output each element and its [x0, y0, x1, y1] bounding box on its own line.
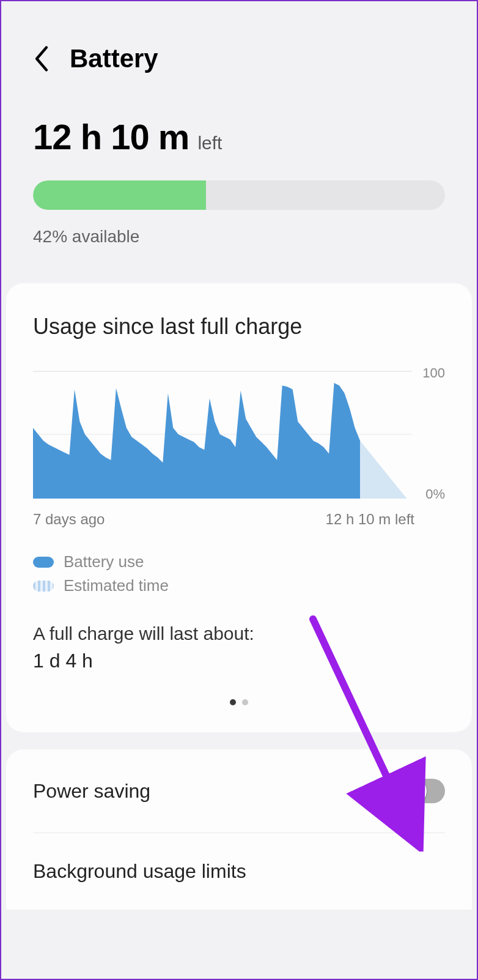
legend-label-estimated: Estimated time — [64, 576, 169, 595]
x-axis-labels: 7 days ago 12 h 10 m left — [33, 511, 445, 528]
page-dot[interactable] — [230, 699, 236, 705]
power-saving-row[interactable]: Power saving — [6, 749, 472, 833]
full-charge-label: A full charge will last about: — [33, 620, 445, 647]
legend-swatch-estimated — [33, 581, 54, 592]
row-separator — [386, 776, 386, 806]
y-min-label: 0% — [425, 486, 445, 502]
chart-legend: Battery use Estimated time — [33, 552, 445, 595]
page-title: Battery — [70, 44, 158, 73]
toggle-knob — [400, 778, 427, 804]
background-usage-limits-label: Background usage limits — [33, 860, 246, 883]
page-indicator[interactable] — [33, 697, 445, 708]
percent-available-label: 42% available — [33, 227, 445, 247]
usage-chart: 100 0% — [33, 370, 445, 505]
legend-label-battery-use: Battery use — [64, 552, 144, 571]
legend-swatch-battery-use — [33, 557, 54, 568]
settings-list: Power saving Background usage limits — [6, 749, 472, 910]
back-icon[interactable] — [32, 46, 51, 72]
full-charge-value: 1 d 4 h — [33, 650, 445, 672]
x-end-label: 12 h 10 m left — [326, 511, 414, 528]
usage-card[interactable]: Usage since last full charge 100 0% 7 da… — [6, 283, 472, 732]
y-max-label: 100 — [422, 365, 445, 381]
power-saving-toggle[interactable] — [401, 779, 445, 803]
time-remaining-suffix: left — [197, 133, 222, 154]
x-start-label: 7 days ago — [33, 511, 105, 528]
battery-progress-fill — [33, 180, 206, 210]
battery-summary: 12 h 10 m left 42% available — [1, 98, 477, 283]
battery-progress-track — [33, 180, 445, 210]
header: Battery — [1, 1, 477, 98]
power-saving-label: Power saving — [33, 780, 150, 803]
background-usage-limits-row[interactable]: Background usage limits — [6, 833, 472, 910]
page-dot[interactable] — [242, 699, 248, 705]
usage-card-title: Usage since last full charge — [33, 314, 445, 340]
time-remaining: 12 h 10 m — [33, 116, 189, 157]
